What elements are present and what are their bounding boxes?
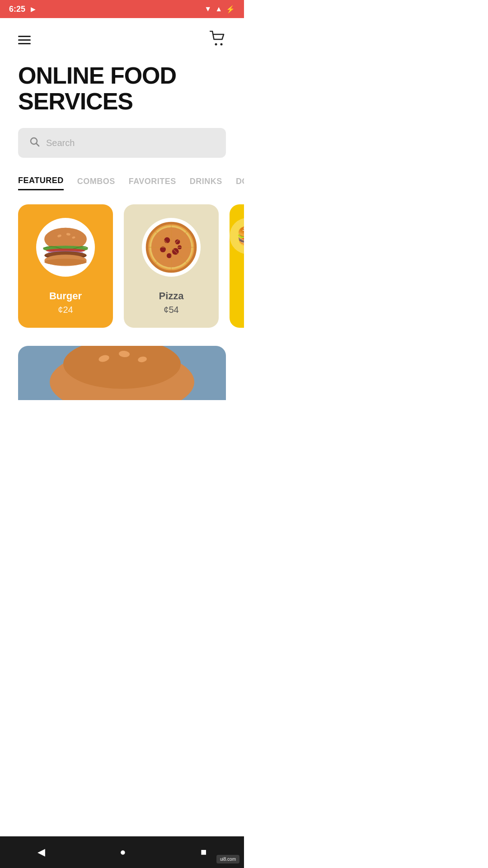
status-bar: 6:25 ▶ ▼ ▲ ⚡ xyxy=(0,0,244,18)
food-card-third[interactable]: 🍔 xyxy=(230,204,244,328)
tab-combos[interactable]: COMBOS xyxy=(77,177,115,190)
pizza-price: ¢54 xyxy=(164,305,178,315)
search-bar[interactable] xyxy=(18,128,226,158)
hamburger-line-2 xyxy=(18,39,31,41)
burger-price: ¢24 xyxy=(58,305,73,315)
search-icon xyxy=(29,136,40,150)
header xyxy=(0,18,244,58)
wifi-icon: ▼ xyxy=(204,5,211,13)
tab-doubles[interactable]: DOU... xyxy=(236,177,244,190)
page-title: ONLINE FOOD SERVICES xyxy=(18,63,226,114)
cart-button[interactable] xyxy=(210,31,226,49)
search-input[interactable] xyxy=(46,138,215,148)
battery-icon: ⚡ xyxy=(226,5,235,14)
bottom-preview xyxy=(18,346,226,400)
svg-point-1 xyxy=(221,43,223,46)
page-title-section: ONLINE FOOD SERVICES xyxy=(0,58,244,128)
title-line-1: ONLINE FOOD xyxy=(18,62,176,89)
svg-line-3 xyxy=(37,144,39,146)
burger-name: Burger xyxy=(49,290,82,302)
food-card-burger[interactable]: Burger ¢24 xyxy=(18,204,113,328)
title-line-2: SERVICES xyxy=(18,88,133,114)
hamburger-menu-button[interactable] xyxy=(18,36,31,44)
svg-point-20 xyxy=(175,240,180,245)
svg-point-0 xyxy=(215,43,217,46)
svg-point-15 xyxy=(44,259,87,265)
svg-point-19 xyxy=(164,237,170,243)
signal-icon: ▲ xyxy=(215,5,222,13)
tab-featured[interactable]: FEATURED xyxy=(18,176,64,190)
food-card-pizza[interactable]: Pizza ¢54 xyxy=(124,204,219,328)
tab-favorites[interactable]: FAVORITES xyxy=(129,177,176,190)
hamburger-line-3 xyxy=(18,43,31,44)
search-section xyxy=(0,128,244,176)
pizza-name: Pizza xyxy=(159,290,183,302)
status-bar-right: ▼ ▲ ⚡ xyxy=(204,5,235,14)
category-tabs: FEATURED COMBOS FAVORITES DRINKS DOU... xyxy=(0,176,244,191)
play-icon: ▶ xyxy=(31,5,36,13)
status-bar-left: 6:25 ▶ xyxy=(9,5,36,14)
tab-drinks[interactable]: DRINKS xyxy=(190,177,222,190)
pizza-image-circle xyxy=(142,218,201,277)
burger-image-circle xyxy=(36,218,95,277)
hamburger-line-1 xyxy=(18,36,31,37)
svg-point-23 xyxy=(167,253,172,258)
food-cards-container: Burger ¢24 xyxy=(0,204,244,328)
status-time: 6:25 xyxy=(9,5,25,14)
